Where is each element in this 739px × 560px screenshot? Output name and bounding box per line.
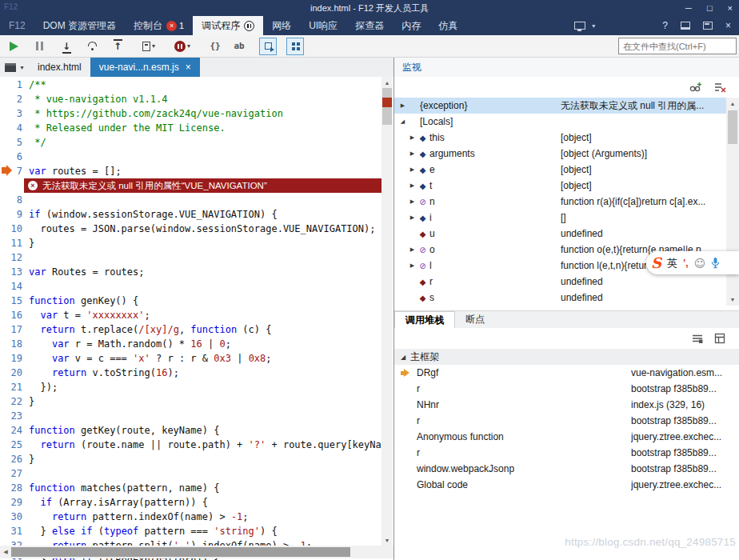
line-number[interactable]: 9 bbox=[0, 207, 29, 222]
ime-microphone-icon[interactable] bbox=[711, 257, 720, 269]
sogou-logo-icon[interactable]: S bbox=[651, 254, 661, 271]
close-icon[interactable]: × bbox=[728, 3, 733, 13]
line-number[interactable]: 11 bbox=[0, 236, 29, 250]
code-line[interactable]: 22} bbox=[0, 394, 393, 409]
code-line[interactable]: 17 return t.replace(/[xy]/g, function (c… bbox=[0, 322, 393, 337]
code-line[interactable]: 2 * vue-navigation v1.1.4 bbox=[0, 92, 393, 106]
step-into-button[interactable]: ↓ bbox=[58, 38, 75, 55]
line-number[interactable]: 27 bbox=[0, 466, 29, 481]
word-wrap-button[interactable]: ab bbox=[230, 38, 248, 55]
line-number[interactable]: 18 bbox=[0, 337, 29, 351]
stack-frame-row[interactable]: rbootstrap f385b89... bbox=[394, 445, 739, 461]
main-frame-header[interactable]: ◢ 主框架 bbox=[394, 349, 739, 365]
code-line[interactable]: 19 var v = c === 'x' ? r : r & 0x3 | 0x8… bbox=[0, 351, 393, 366]
watch-row[interactable]: ▶◆i[] bbox=[394, 210, 726, 226]
maximize-icon[interactable]: □ bbox=[707, 3, 713, 13]
scroll-left-icon[interactable]: ◀ bbox=[0, 546, 11, 558]
line-number[interactable]: 29 bbox=[0, 495, 29, 510]
step-out-button[interactable]: ↑ bbox=[109, 38, 126, 55]
break-button[interactable] bbox=[30, 38, 48, 55]
undock-window-icon[interactable] bbox=[703, 22, 713, 30]
clear-watch-button[interactable] bbox=[713, 81, 726, 94]
find-in-files-input[interactable] bbox=[618, 38, 737, 54]
code-line[interactable]: 29 if (Array.isArray(pattern)) { bbox=[0, 495, 393, 510]
show-library-frames-toggle[interactable] bbox=[691, 332, 704, 345]
line-number[interactable]: 23 bbox=[0, 409, 29, 423]
code-editor[interactable]: 1/**2 * vue-navigation v1.1.43 * https:/… bbox=[0, 77, 393, 560]
line-number[interactable]: 15 bbox=[0, 294, 29, 308]
watch-row[interactable]: ▶◆arguments[object (Arguments)] bbox=[394, 146, 726, 162]
stack-frame-row[interactable]: rbootstrap f385b89... bbox=[394, 381, 739, 397]
expander-icon[interactable]: ▶ bbox=[407, 262, 417, 269]
code-line[interactable]: 25 return (route.name || route.path) + '… bbox=[0, 438, 393, 452]
watch-row[interactable]: ▶◆t[object] bbox=[394, 178, 726, 194]
code-line[interactable]: 24function getKey(route, keyName) { bbox=[0, 423, 393, 438]
code-line[interactable]: 1/** bbox=[0, 78, 393, 92]
watch-row[interactable]: ▶{exception}无法获取未定义或 null 引用的属... bbox=[394, 98, 726, 114]
line-number[interactable]: 8 bbox=[0, 193, 29, 207]
code-line[interactable]: 13var Routes = routes; bbox=[0, 265, 393, 279]
stack-frame-row[interactable]: Global codejquery.ztree.exchec... bbox=[394, 477, 739, 493]
close-tab-icon[interactable]: × bbox=[186, 62, 191, 73]
scroll-down-icon[interactable]: ▼ bbox=[381, 534, 393, 546]
line-number[interactable]: 5 bbox=[0, 135, 29, 150]
scroll-up-icon[interactable]: ▲ bbox=[726, 98, 739, 110]
code-line[interactable]: 5 */ bbox=[0, 135, 393, 150]
expander-icon[interactable]: ▶ bbox=[407, 182, 417, 189]
line-number[interactable]: 14 bbox=[0, 279, 29, 294]
code-line[interactable]: 26} bbox=[0, 452, 393, 466]
ime-emoji-icon[interactable]: ☺ bbox=[694, 257, 706, 270]
line-number[interactable]: 16 bbox=[0, 308, 29, 322]
line-number[interactable]: 26 bbox=[0, 452, 29, 466]
line-number[interactable]: 10 bbox=[0, 222, 29, 236]
watch-scrollbar[interactable]: ▲ ▼ bbox=[726, 98, 739, 306]
scrollbar-thumb[interactable] bbox=[728, 110, 737, 144]
tab-dom-explorer[interactable]: DOM 资源管理器 bbox=[34, 16, 125, 35]
line-number[interactable]: 21 bbox=[0, 380, 29, 394]
line-number[interactable]: 20 bbox=[0, 366, 29, 380]
line-number[interactable]: 13 bbox=[0, 265, 29, 279]
code-line[interactable]: 18 var r = Math.random() * 16 | 0; bbox=[0, 337, 393, 351]
code-line[interactable]: 14 bbox=[0, 279, 393, 294]
tab-profiler[interactable]: 探查器 bbox=[346, 16, 393, 35]
tab-network[interactable]: 网络 bbox=[263, 16, 300, 35]
line-number[interactable]: 12 bbox=[0, 250, 29, 265]
expander-icon[interactable]: ▶ bbox=[407, 166, 417, 173]
code-line[interactable]: 6 bbox=[0, 150, 393, 164]
code-line[interactable]: 21 }); bbox=[0, 380, 393, 394]
target-device-icon[interactable] bbox=[574, 22, 585, 30]
dock-bottom-icon[interactable] bbox=[681, 22, 690, 30]
watch-row[interactable]: ◆sundefined bbox=[394, 290, 726, 306]
open-document-button[interactable]: ▾ bbox=[0, 58, 29, 77]
step-over-button[interactable] bbox=[83, 38, 101, 55]
ime-language-toggle[interactable]: 英 bbox=[667, 256, 677, 270]
editor-vertical-scrollbar[interactable]: ▲ ▼ bbox=[381, 77, 393, 546]
expander-icon[interactable]: ▶ bbox=[407, 134, 417, 141]
code-line[interactable]: 11} bbox=[0, 236, 393, 250]
expander-icon[interactable]: ▶ bbox=[407, 198, 417, 205]
disable-breakpoints-toggle[interactable] bbox=[259, 38, 277, 55]
f12-menu[interactable]: F12 bbox=[0, 16, 34, 35]
expander-icon[interactable]: ▶ bbox=[407, 150, 417, 157]
file-tab[interactable]: vue-navi...n.esm.js× bbox=[90, 58, 200, 77]
line-number[interactable]: 3 bbox=[0, 106, 29, 121]
expander-icon[interactable]: ◢ bbox=[397, 118, 408, 125]
stack-frame-row[interactable]: window.webpackJsonpbootstrap f385b89... bbox=[394, 461, 739, 477]
code-line[interactable]: 28function matches(pattern, name) { bbox=[0, 481, 393, 495]
tab-breakpoints[interactable]: 断点 bbox=[455, 311, 495, 328]
code-line[interactable]: 3 * https://github.com/zack24q/vue-navig… bbox=[0, 106, 393, 121]
code-line[interactable]: 27 bbox=[0, 466, 393, 481]
break-on-new-worker-button[interactable]: ▾ bbox=[136, 38, 162, 55]
tab-ui-responsiveness[interactable]: UI响应 bbox=[300, 16, 346, 35]
code-line[interactable]: 8 bbox=[0, 193, 393, 207]
expander-icon[interactable]: ▶ bbox=[407, 214, 417, 221]
stack-frame-row[interactable]: rbootstrap f385b89... bbox=[394, 413, 739, 429]
expander-icon[interactable]: ▶ bbox=[407, 246, 417, 253]
watch-row[interactable]: ◆uundefined bbox=[394, 226, 726, 242]
stack-frame-row[interactable]: NHnrindex.js (329, 16) bbox=[394, 397, 739, 413]
watch-row[interactable]: ◢[Locals] bbox=[394, 114, 726, 130]
line-number[interactable]: 28 bbox=[0, 481, 29, 495]
code-line[interactable]: 4 * Released under the MIT License. bbox=[0, 121, 393, 135]
line-number[interactable]: 2 bbox=[0, 92, 29, 106]
file-tab[interactable]: index.html bbox=[29, 58, 90, 77]
